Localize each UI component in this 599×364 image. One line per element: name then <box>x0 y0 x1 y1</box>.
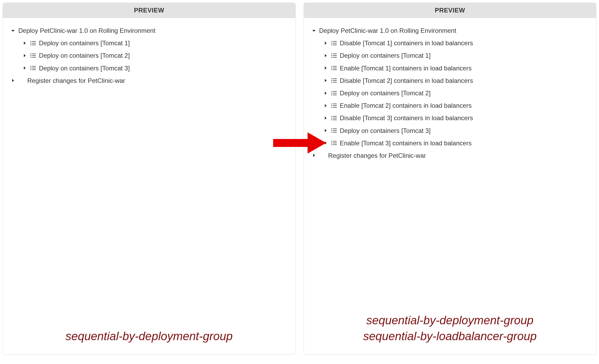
svg-rect-30 <box>333 57 337 57</box>
svg-rect-72 <box>333 145 337 145</box>
caret-right-icon <box>323 65 328 71</box>
tree-node-label: Disable [Tomcat 3] containers in load ba… <box>340 114 473 122</box>
svg-rect-10 <box>30 57 31 58</box>
svg-rect-4 <box>30 44 31 45</box>
tree-node-child[interactable]: Deploy on containers [Tomcat 1] <box>10 37 288 49</box>
caret-right-icon <box>323 41 328 46</box>
tree-node-label: Deploy on containers [Tomcat 3] <box>340 127 431 135</box>
arrow-wrap <box>296 3 304 355</box>
svg-rect-58 <box>333 118 337 118</box>
svg-rect-17 <box>32 70 36 70</box>
tree-node-label: Deploy on containers [Tomcat 2] <box>39 51 130 60</box>
svg-rect-45 <box>331 93 332 93</box>
comparison-layout: PREVIEW Deploy PetClinic-war 1.0 on Roll… <box>3 3 596 355</box>
tree-node-root[interactable]: Deploy PetClinic-war 1.0 on Rolling Envi… <box>311 24 589 37</box>
svg-rect-68 <box>333 141 337 142</box>
svg-rect-39 <box>331 80 332 81</box>
caret-right-icon <box>22 53 27 58</box>
svg-rect-64 <box>333 130 337 131</box>
tree-node-label: Register changes for PetClinic-war <box>328 151 426 160</box>
tree-node-child[interactable]: Disable [Tomcat 3] containers in load ba… <box>311 112 589 124</box>
svg-rect-40 <box>333 80 337 81</box>
svg-rect-62 <box>333 129 337 129</box>
tree-left: Deploy PetClinic-war 1.0 on Rolling Envi… <box>3 18 295 211</box>
svg-rect-56 <box>333 116 337 116</box>
svg-rect-51 <box>331 105 332 106</box>
tree-node-child[interactable]: Enable [Tomcat 1] containers in load bal… <box>311 62 589 74</box>
svg-rect-25 <box>331 53 332 54</box>
svg-rect-50 <box>333 104 337 104</box>
caret-right-icon <box>323 78 328 83</box>
svg-rect-7 <box>32 53 36 54</box>
svg-rect-43 <box>331 91 332 92</box>
svg-rect-38 <box>333 79 337 79</box>
svg-rect-19 <box>331 41 332 42</box>
svg-rect-63 <box>331 130 332 131</box>
tree-node-child[interactable]: Disable [Tomcat 2] containers in load ba… <box>311 74 589 87</box>
svg-rect-12 <box>30 66 31 67</box>
caret-right-icon <box>323 103 328 108</box>
list-icon <box>331 115 337 121</box>
panel-header-left: PREVIEW <box>3 3 295 18</box>
tree-node-root[interactable]: Deploy PetClinic-war 1.0 on Rolling Envi… <box>10 24 288 37</box>
svg-rect-14 <box>30 68 31 69</box>
svg-rect-53 <box>331 107 332 108</box>
svg-rect-48 <box>333 95 337 95</box>
caption-line: sequential-by-deployment-group <box>14 328 285 344</box>
svg-rect-36 <box>333 70 337 70</box>
caret-right-icon <box>323 128 328 133</box>
svg-rect-69 <box>331 143 332 143</box>
list-icon <box>331 77 337 84</box>
svg-rect-60 <box>333 119 337 120</box>
svg-rect-16 <box>30 69 31 70</box>
svg-rect-21 <box>331 43 332 43</box>
svg-rect-66 <box>333 132 337 133</box>
svg-rect-3 <box>32 43 36 43</box>
svg-rect-52 <box>333 105 337 106</box>
caret-right-icon <box>323 115 328 121</box>
svg-rect-67 <box>331 141 332 142</box>
svg-rect-31 <box>331 66 332 67</box>
svg-rect-54 <box>333 107 337 107</box>
svg-rect-33 <box>331 68 332 69</box>
caret-right-icon <box>323 91 328 96</box>
svg-rect-49 <box>331 104 332 104</box>
caret-right-icon <box>22 41 27 46</box>
list-icon <box>331 65 337 71</box>
tree-node-child[interactable]: Deploy on containers [Tomcat 3] <box>10 62 288 74</box>
svg-rect-9 <box>32 55 36 56</box>
tree-node-child[interactable]: Deploy on containers [Tomcat 3] <box>311 124 589 137</box>
svg-rect-57 <box>331 118 332 118</box>
tree-node-label: Disable [Tomcat 1] containers in load ba… <box>340 39 473 47</box>
svg-rect-6 <box>30 53 31 54</box>
tree-node-child[interactable]: Enable [Tomcat 2] containers in load bal… <box>311 99 589 112</box>
svg-rect-29 <box>331 57 332 58</box>
list-icon <box>331 40 337 46</box>
tree-node-child[interactable]: Enable [Tomcat 3] containers in load bal… <box>311 137 589 149</box>
tree-node-label: Deploy PetClinic-war 1.0 on Rolling Envi… <box>319 26 456 35</box>
list-icon <box>331 52 337 59</box>
caret-down-icon <box>311 28 317 33</box>
svg-rect-13 <box>32 66 36 67</box>
svg-rect-27 <box>331 55 332 56</box>
tree-node-label: Deploy PetClinic-war 1.0 on Rolling Envi… <box>18 26 156 35</box>
svg-rect-35 <box>331 69 332 70</box>
right-panel: PREVIEW Deploy PetClinic-war 1.0 on Roll… <box>304 3 597 355</box>
tree-node-child[interactable]: Deploy on containers [Tomcat 2] <box>10 49 288 62</box>
list-icon <box>30 65 36 71</box>
tree-node-child[interactable]: Deploy on containers [Tomcat 1] <box>311 49 589 62</box>
tree-node-label: Deploy on containers [Tomcat 3] <box>39 64 130 72</box>
list-icon <box>30 52 36 59</box>
tree-right: Deploy PetClinic-war 1.0 on Rolling Envi… <box>304 18 596 240</box>
tree-node-root[interactable]: Register changes for PetClinic-war <box>311 149 589 162</box>
svg-rect-28 <box>333 55 337 56</box>
caption-line: sequential-by-deployment-group <box>314 312 586 328</box>
tree-node-label: Enable [Tomcat 2] containers in load bal… <box>340 101 472 110</box>
tree-node-root[interactable]: Register changes for PetClinic-war <box>10 74 288 87</box>
svg-rect-47 <box>331 95 332 95</box>
tree-node-child[interactable]: Disable [Tomcat 1] containers in load ba… <box>311 37 589 49</box>
svg-rect-22 <box>333 43 337 43</box>
tree-node-child[interactable]: Deploy on containers [Tomcat 2] <box>311 87 589 99</box>
svg-rect-2 <box>30 43 31 43</box>
svg-rect-1 <box>32 41 36 42</box>
